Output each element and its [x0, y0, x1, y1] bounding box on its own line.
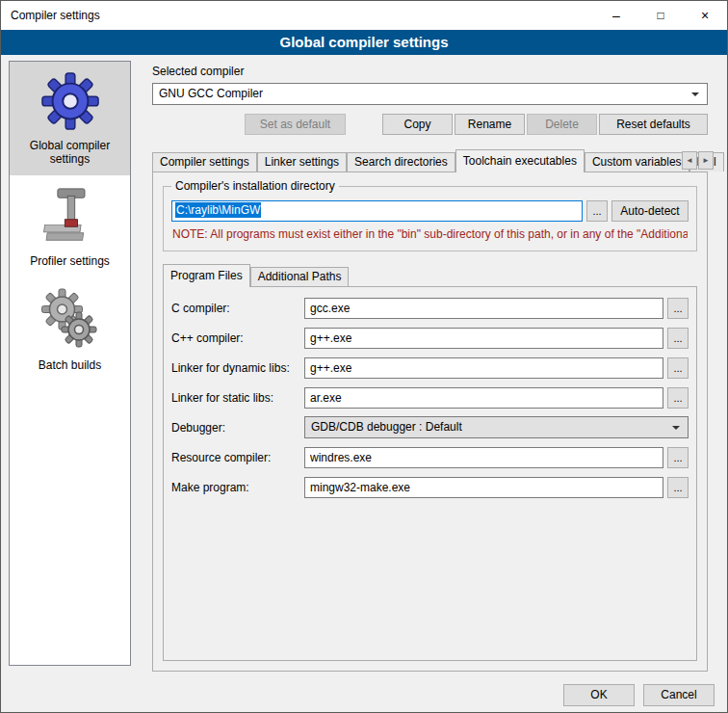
sidebar-item-label: Global compiler settings [17, 139, 123, 166]
tab-program-files[interactable]: Program Files [163, 264, 250, 287]
cpp-compiler-label: C++ compiler: [171, 331, 304, 345]
close-button[interactable]: × [683, 1, 727, 30]
cpp-compiler-input[interactable] [304, 328, 663, 349]
toolchain-executables-page: Compiler's installation directory C:\ray… [152, 172, 708, 672]
titlebar[interactable]: Compiler settings – □ × [1, 1, 727, 30]
compiler-settings-window: Compiler settings – □ × Global compiler … [0, 0, 728, 713]
auto-detect-button[interactable]: Auto-detect [611, 200, 689, 222]
ok-button[interactable]: OK [563, 684, 635, 706]
tab-search-directories[interactable]: Search directories [347, 152, 455, 172]
make-program-browse-button[interactable]: ... [667, 477, 689, 498]
settings-tabstrip: Compiler settings Linker settings Search… [152, 148, 708, 172]
compiler-actions: Set as default Copy Rename Delete Reset … [152, 114, 708, 135]
tab-scrollers: ◄ ► [682, 151, 714, 170]
debugger-select[interactable]: GDB/CDB debugger : Default [304, 416, 689, 438]
minimize-button[interactable]: – [594, 1, 638, 30]
c-compiler-input[interactable] [304, 298, 663, 319]
tab-scroll-right-icon[interactable]: ► [698, 151, 714, 170]
tab-scroll-left-icon[interactable]: ◄ [682, 151, 697, 170]
tab-toolchain-executables[interactable]: Toolchain executables [455, 149, 585, 172]
dialog-banner: Global compiler settings [1, 30, 727, 55]
dynamic-linker-label: Linker for dynamic libs: [171, 361, 304, 375]
resource-compiler-row: Resource compiler: ... [171, 446, 689, 468]
c-compiler-label: C compiler: [171, 302, 304, 315]
static-linker-input[interactable] [304, 387, 663, 409]
window-controls: – □ × [594, 1, 727, 30]
copy-button[interactable]: Copy [382, 114, 453, 135]
static-linker-label: Linker for static libs: [171, 391, 304, 405]
cpp-compiler-browse-button[interactable]: ... [667, 328, 689, 349]
blue-gear-icon [40, 71, 100, 131]
dynamic-linker-row: Linker for dynamic libs: ... [171, 356, 689, 379]
main-panel: Selected compiler GNU GCC Compiler Set a… [141, 61, 719, 672]
tab-compiler-settings[interactable]: Compiler settings [152, 152, 257, 172]
installation-directory-group: Compiler's installation directory C:\ray… [163, 186, 697, 251]
c-compiler-row: C compiler: ... [171, 297, 689, 319]
profiler-clamp-icon [41, 185, 99, 247]
gray-gears-icon [39, 287, 101, 351]
sidebar-item-batch-builds[interactable]: Batch builds [10, 277, 130, 382]
reset-defaults-button[interactable]: Reset defaults [599, 114, 708, 135]
installation-directory-group-label: Compiler's installation directory [171, 179, 339, 193]
make-program-row: Make program: ... [171, 476, 689, 498]
resource-compiler-label: Resource compiler: [171, 451, 304, 464]
sidebar-item-label: Profiler settings [17, 254, 123, 268]
set-as-default-button[interactable]: Set as default [245, 114, 346, 135]
window-title: Compiler settings [11, 9, 100, 22]
program-files-page: C compiler: ... C++ compiler: ... Linker… [163, 286, 697, 661]
static-linker-browse-button[interactable]: ... [667, 387, 689, 409]
rename-button[interactable]: Rename [455, 114, 525, 135]
resource-compiler-input[interactable] [304, 447, 663, 468]
make-program-input[interactable] [304, 477, 663, 498]
dynamic-linker-browse-button[interactable]: ... [667, 357, 689, 379]
tab-custom-variables[interactable]: Custom variables [585, 152, 689, 172]
install-dir-selected-text: C:\raylib\MinGW [175, 202, 261, 218]
sidebar-item-global-compiler-settings[interactable]: Global compiler settings [10, 62, 130, 175]
cancel-button[interactable]: Cancel [643, 684, 715, 706]
dynamic-linker-input[interactable] [304, 357, 663, 379]
make-program-label: Make program: [171, 481, 304, 494]
resource-compiler-browse-button[interactable]: ... [667, 447, 689, 468]
dialog-body: Global compiler settings Profiler settin… [1, 55, 727, 713]
debugger-select-value: GDB/CDB debugger : Default [311, 420, 462, 434]
compiler-select-value: GNU GCC Compiler [159, 87, 263, 100]
delete-button[interactable]: Delete [527, 114, 597, 135]
chevron-down-icon [691, 92, 699, 96]
toolchain-subtabs: Program Files Additional Paths [163, 263, 697, 286]
debugger-row: Debugger: GDB/CDB debugger : Default [171, 416, 689, 438]
static-linker-row: Linker for static libs: ... [171, 386, 689, 409]
bin-subdirectory-note: NOTE: All programs must exist either in … [172, 227, 688, 241]
dialog-footer: OK Cancel [563, 684, 715, 706]
tab-linker-settings[interactable]: Linker settings [257, 152, 347, 172]
install-dir-browse-button[interactable]: ... [586, 200, 608, 222]
installation-directory-row: C:\raylib\MinGW ... Auto-detect [171, 200, 689, 222]
install-dir-input[interactable]: C:\raylib\MinGW [171, 200, 583, 222]
tab-additional-paths[interactable]: Additional Paths [250, 267, 350, 286]
cpp-compiler-row: C++ compiler: ... [171, 327, 689, 349]
maximize-button[interactable]: □ [638, 1, 683, 30]
c-compiler-browse-button[interactable]: ... [667, 298, 689, 319]
chevron-down-icon [672, 426, 680, 430]
selected-compiler-label: Selected compiler [152, 65, 708, 78]
debugger-label: Debugger: [171, 421, 304, 435]
settings-sidebar: Global compiler settings Profiler settin… [9, 61, 131, 666]
compiler-select[interactable]: GNU GCC Compiler [152, 83, 708, 105]
sidebar-item-label: Batch builds [17, 358, 123, 372]
sidebar-item-profiler-settings[interactable]: Profiler settings [10, 175, 130, 277]
